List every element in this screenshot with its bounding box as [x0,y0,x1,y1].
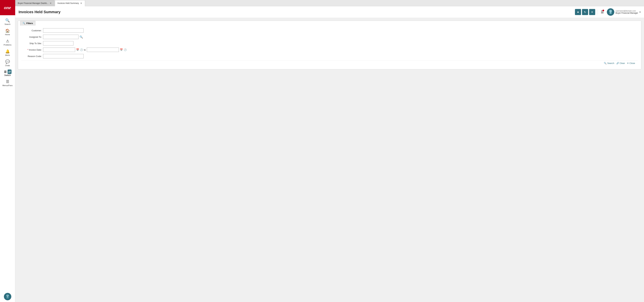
svg-rect-1 [6,297,8,298]
assigned-to-input-group: 🔍 [43,35,83,39]
search-button-label: Search [607,62,614,64]
sidebar-label-switch: Switch [4,74,11,76]
close-page-button[interactable]: ✕ [589,9,595,15]
star-icon: ★ [577,11,579,14]
assigned-to-search-button[interactable]: 🔍 [79,35,83,39]
user-info: username@domain.com Buyer Financial Mana… [616,10,638,14]
user-avatar[interactable] [607,8,614,16]
assigned-to-input[interactable] [43,35,78,39]
bell-icon: 🔔 [5,49,10,54]
ship-to-site-input[interactable] [43,41,74,46]
filters-tab[interactable]: 🔍 Filters [20,21,36,26]
svg-rect-4 [7,296,8,296]
sidebar-item-chats[interactable]: 💬 Chats [0,58,15,68]
sidebar-bottom [0,291,15,302]
tab-invoices-held-close[interactable]: ✕ [80,2,82,5]
warning-icon: ⚠ [6,39,9,43]
chat-icon: 💬 [5,60,10,64]
tab-bar: Buyer Financial Manager Dashb... ✕ Invoi… [15,0,644,6]
home-icon: 🏠 [5,29,10,33]
date-to-calendar-button[interactable]: 📅 [120,48,123,51]
header-divider [598,10,598,15]
close-filter-button[interactable]: ✕ Close [627,62,635,64]
menu-button[interactable]: ☰ [600,9,604,15]
svg-point-0 [6,294,9,297]
user-name: username@domain.com [616,10,636,12]
ship-to-site-label: Ship To Site: [22,42,42,45]
content-area: 🔍 Filters Customer: Assigned To: 🔍 [15,18,644,302]
clear-action-icon: 🔗 [616,62,619,64]
svg-point-2 [6,295,7,296]
switch-icons: 🖥 ⇄ [4,70,12,74]
page-header: Invoices Held Summary ★ ↻ ✕ ☰ [15,6,644,18]
refresh-icon: ↻ [584,11,586,14]
user-role: Buyer Financial Manager [616,12,638,14]
tab-invoices-held-label: Invoices Held Summary [58,2,79,5]
customer-input[interactable] [43,28,84,33]
switch-arrows-icon: ⇄ [8,70,12,74]
invoice-date-row: Invoice Date: Jan 10, 2022 12:00 AM EST … [22,48,638,52]
user-dropdown-arrow[interactable]: ▾ [640,11,640,13]
date-from-time-button[interactable]: 🕐 [80,48,83,51]
tab-buyer-dashboard[interactable]: Buyer Financial Manager Dashb... ✕ [15,0,54,6]
close-button-label: Close [630,62,635,64]
assigned-to-label: Assigned To: [22,36,42,38]
sidebar-label-home: Home [5,34,10,36]
assigned-to-row: Assigned To: 🔍 [22,35,638,39]
favorite-button[interactable]: ★ [575,9,581,15]
sidebar-item-problems[interactable]: ⚠ Problems [0,37,15,48]
tab-buyer-dashboard-close[interactable]: ✕ [49,2,52,5]
date-to-time-button[interactable]: 🕐 [124,48,127,51]
sidebar-label-menus: Menus/Favs [2,84,13,86]
svg-point-8 [611,11,612,11]
app-logo[interactable]: one [0,0,15,15]
tab-invoices-held[interactable]: Invoices Held Summary ✕ [55,0,85,6]
tab-buyer-dashboard-label: Buyer Financial Manager Dashb... [18,2,48,5]
refresh-button[interactable]: ↻ [582,9,588,15]
header-actions: ★ ↻ ✕ ☰ [575,8,640,16]
search-button[interactable]: 🔍 Search [604,62,614,64]
filter-search-icon: 🔍 [23,22,25,25]
sidebar-label-alerts: Alerts [5,54,10,56]
reason-code-input[interactable] [43,54,84,58]
sidebar-label-problems: Problems [4,44,11,46]
customer-label: Customer: [22,29,42,32]
reason-code-label: Reason Code: [22,55,42,58]
date-from-calendar-button[interactable]: 📅 [76,48,79,51]
customer-row: Customer: [22,28,638,33]
date-from-input[interactable]: Jan 10, 2022 12:00 AM EST [43,48,75,52]
switch-screen-icon: 🖥 [4,70,7,74]
sidebar-item-alerts[interactable]: 🔔 Alerts [0,48,15,58]
date-range: Jan 10, 2022 12:00 AM EST 📅 🕐 to Feb 9, … [43,48,127,52]
sidebar-item-home[interactable]: 🏠 Home [0,27,15,37]
sidebar-label-chats: Chats [5,64,10,67]
sidebar-item-menus[interactable]: ☰ Menus/Favs [0,78,15,88]
svg-point-3 [8,295,8,296]
logo-text: one [4,5,11,10]
sidebar: one 🔍 Search 🏠 Home ⚠ Problems 🔔 Alerts … [0,0,15,302]
clear-button-label: Clear [620,62,625,64]
filter-actions: 🔍 Search 🔗 Clear ✕ Close [22,60,638,66]
svg-rect-9 [610,12,611,12]
reason-code-row: Reason Code: [22,54,638,58]
clear-button[interactable]: 🔗 Clear [616,62,625,64]
filters-panel: 🔍 Filters Customer: Assigned To: 🔍 [18,21,641,69]
menu-icon: ☰ [6,80,9,84]
search-icon: 🔍 [5,18,10,23]
date-to-input[interactable]: Feb 9, 2022 12:00 AM EST [87,48,119,52]
close-icon: ✕ [591,11,593,14]
notification-dot [602,10,604,11]
filters-body: Customer: Assigned To: 🔍 Ship To Site: [18,26,641,69]
close-action-icon: ✕ [627,62,629,64]
ship-to-site-row: Ship To Site: [22,41,638,46]
page-title: Invoices Held Summary [18,10,575,14]
sidebar-item-search[interactable]: 🔍 Search [0,17,15,27]
sidebar-avatar[interactable] [4,293,11,300]
svg-point-7 [610,11,610,11]
sidebar-item-switch[interactable]: 🖥 ⇄ Switch [0,68,15,78]
user-section: username@domain.com Buyer Financial Mana… [607,8,640,16]
date-separator: to [84,49,86,51]
svg-rect-6 [610,12,612,14]
filters-tab-label: Filters [26,22,33,25]
invoice-date-label: Invoice Date: [22,49,42,51]
